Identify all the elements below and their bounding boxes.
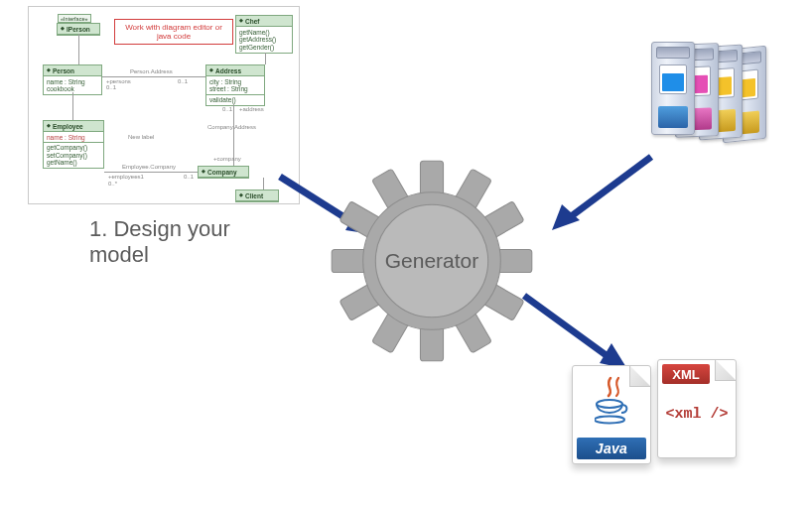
uml-class-employee: Employee name : String getCompany() setC… — [43, 120, 104, 169]
svg-line-2 — [566, 157, 651, 220]
uml-class-client: Client — [235, 189, 279, 202]
uml-assoc-label: +address — [239, 106, 264, 112]
uml-op: getGender() — [239, 44, 289, 51]
output-files: Java XML <xml /> — [572, 359, 770, 478]
uml-class-body: city : String street : String validate() — [206, 76, 264, 104]
uml-assoc-label: New label — [128, 134, 154, 140]
uml-op: setCompany() — [47, 152, 100, 159]
uml-class-body: name : String getCompany() setCompany() … — [44, 132, 103, 168]
generator-gear: Generator — [328, 157, 536, 365]
svg-point-20 — [597, 400, 622, 408]
uml-op: validate() — [209, 96, 261, 103]
xml-file-head: XML — [662, 364, 710, 384]
uml-mult: 0..1 — [106, 84, 116, 90]
uml-line — [263, 178, 264, 189]
svg-point-21 — [595, 417, 624, 424]
uml-assoc-label: Company.Address — [207, 124, 256, 130]
uml-op: getName() — [239, 29, 289, 36]
uml-class-header: Person — [44, 65, 101, 76]
uml-line — [265, 53, 266, 64]
cartridges-group — [651, 42, 800, 161]
uml-class-address: Address city : String street : String va… — [205, 64, 265, 106]
java-cup-icon — [595, 396, 628, 426]
uml-mult: 0..1 — [184, 174, 194, 180]
svg-line-4 — [524, 296, 611, 359]
uml-attr: name : String — [47, 78, 98, 85]
diagram-stage: Work with diagram editor or java code «I… — [0, 0, 812, 505]
java-file-icon: Java — [572, 365, 651, 464]
uml-mult: 0..1 — [222, 106, 232, 112]
uml-mult: 0..* — [108, 181, 117, 187]
uml-class-body: getName() getAddress() getGender() — [236, 27, 292, 52]
xml-file-icon: XML <xml /> — [657, 359, 737, 458]
uml-class-company: Company — [198, 166, 249, 179]
uml-interface-tag: «Interface» — [58, 14, 91, 23]
svg-marker-3 — [552, 204, 580, 230]
uml-class-header: Client — [236, 190, 278, 201]
uml-class-header: Chef — [236, 16, 292, 27]
uml-attr: street : String — [209, 85, 261, 92]
uml-assoc-label: +employees1 — [108, 174, 144, 180]
java-file-label: Java — [577, 438, 646, 459]
uml-op: getAddress() — [239, 36, 289, 43]
gear-icon — [328, 157, 536, 365]
uml-line — [78, 34, 79, 64]
uml-class-header: Company — [199, 167, 248, 178]
uml-assoc-label: Person.Address — [130, 68, 173, 74]
uml-op: getCompany() — [47, 144, 100, 151]
svg-point-19 — [375, 204, 487, 316]
uml-attr: name : String — [47, 134, 100, 141]
uml-class-header: Employee — [44, 121, 103, 132]
xml-file-body: <xml /> — [658, 406, 736, 423]
step-1-label: 1. Design your model — [89, 216, 268, 268]
uml-attr: city : String — [209, 78, 261, 85]
uml-mult: 0..1 — [178, 78, 188, 84]
uml-class-person: Person name : String cookbook — [43, 64, 102, 95]
arrow-cartridges-to-generator — [532, 149, 661, 248]
uml-model-panel: Work with diagram editor or java code «I… — [28, 6, 300, 204]
uml-assoc-label: Employee.Company — [122, 164, 176, 170]
uml-assoc-label: +company — [213, 156, 241, 162]
java-steam-icon — [601, 376, 626, 398]
cartridge-icon — [651, 42, 695, 135]
uml-op: getName() — [47, 159, 100, 166]
uml-line — [104, 172, 198, 173]
uml-class-header: Address — [206, 65, 264, 76]
uml-class-chef: Chef getName() getAddress() getGender() — [235, 15, 293, 54]
uml-hint-box: Work with diagram editor or java code — [114, 19, 233, 45]
uml-line — [72, 92, 73, 120]
uml-line — [102, 76, 205, 77]
